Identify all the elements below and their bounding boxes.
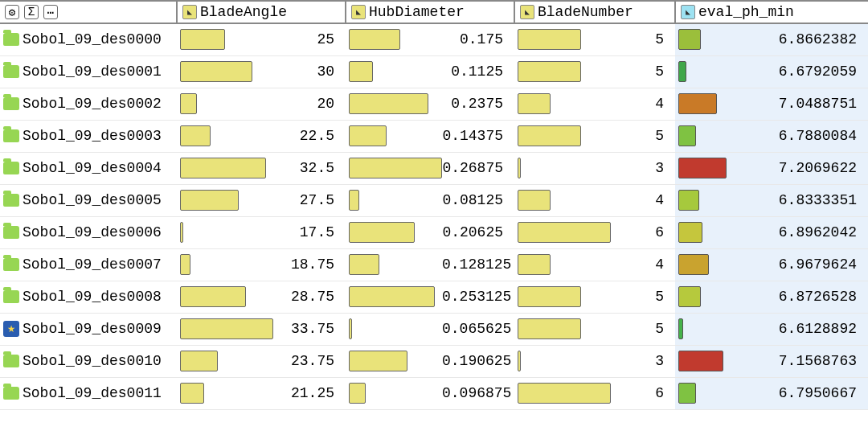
- column-header-hubdiameter[interactable]: ◣ HubDiameter: [346, 1, 514, 23]
- table-row[interactable]: Sobol_09_des000617.50.2062566.8962042: [0, 216, 868, 248]
- design-name: Sobol_09_des0001: [23, 64, 162, 80]
- table-row[interactable]: Sobol_09_des0000250.17556.8662382: [0, 23, 868, 55]
- value-text: 3: [611, 353, 669, 369]
- folder-icon: [3, 65, 19, 78]
- design-name: Sobol_09_des0007: [23, 256, 162, 273]
- table-row[interactable]: ★Sobol_09_des000933.750.06562556.6128892: [0, 313, 868, 345]
- value-text: 4: [611, 256, 669, 273]
- value-text: 3: [611, 160, 669, 176]
- value-bar: [518, 158, 611, 178]
- value-bar: [518, 318, 611, 339]
- table-header-row: ⚙ Σ ⋯ ◣ BladeAngle ◣ HubDiameter ◣: [0, 1, 868, 23]
- column-header-bladeangle[interactable]: ◣ BladeAngle: [177, 1, 346, 23]
- value-bar: [180, 125, 273, 146]
- value-bar: [518, 383, 611, 404]
- row-label: Sobol_09_des0006: [0, 217, 177, 248]
- value-text: 0.096875: [442, 385, 514, 401]
- eval-value: 6.8662382: [727, 31, 862, 47]
- eval-value: 7.2069622: [727, 160, 862, 176]
- value-text: 5: [611, 31, 669, 47]
- value-text: 0.253125: [442, 289, 514, 305]
- value-bar: [349, 158, 442, 178]
- value-text: 5: [611, 289, 669, 305]
- table-row[interactable]: Sobol_09_des000828.750.25312556.8726528: [0, 281, 868, 313]
- folder-icon: [3, 258, 19, 271]
- input-param-icon: ◣: [520, 5, 534, 19]
- gear-icon[interactable]: ⚙: [5, 5, 19, 19]
- eval-value: 7.0488751: [727, 96, 862, 112]
- value-text: 6: [611, 385, 669, 401]
- value-bar: [349, 286, 442, 307]
- design-name: Sobol_09_des0003: [23, 128, 162, 144]
- value-bar: [180, 286, 273, 307]
- value-text: 0.190625: [442, 353, 514, 369]
- table-row[interactable]: Sobol_09_des001023.750.19062537.1568763: [0, 345, 868, 377]
- design-name: Sobol_09_des0009: [23, 321, 162, 337]
- folder-icon: [3, 33, 19, 46]
- folder-icon: [3, 355, 19, 367]
- value-bar: [180, 93, 273, 114]
- more-icon[interactable]: ⋯: [43, 5, 58, 19]
- column-label: BladeNumber: [538, 4, 633, 20]
- eval-value: 6.6128892: [727, 321, 862, 337]
- row-label: Sobol_09_des0003: [0, 121, 177, 152]
- design-name: Sobol_09_des0010: [23, 353, 162, 369]
- value-text: 0.14375: [442, 128, 508, 144]
- toolbar-cell: ⚙ Σ ⋯: [0, 1, 177, 23]
- value-text: 5: [611, 64, 669, 80]
- eval-bar: [678, 93, 727, 114]
- row-label: Sobol_09_des0010: [0, 346, 177, 377]
- row-label: Sobol_09_des0007: [0, 249, 177, 281]
- table-row[interactable]: Sobol_09_des0002200.237547.0488751: [0, 88, 868, 120]
- value-text: 33.75: [273, 321, 339, 337]
- table-row[interactable]: Sobol_09_des000527.50.0812546.8333351: [0, 184, 868, 216]
- eval-value: 6.8726528: [727, 289, 862, 305]
- value-bar: [180, 61, 273, 82]
- folder-icon: [3, 194, 19, 207]
- row-label: Sobol_09_des0005: [0, 185, 177, 216]
- value-bar: [518, 222, 611, 243]
- value-bar: [180, 158, 273, 178]
- table-row[interactable]: Sobol_09_des001121.250.09687566.7950667: [0, 377, 868, 409]
- table-row[interactable]: Sobol_09_des000322.50.1437556.7880084: [0, 120, 868, 152]
- design-name: Sobol_09_des0000: [23, 31, 162, 47]
- table-row[interactable]: Sobol_09_des0001300.112556.6792059: [0, 55, 868, 88]
- design-name: Sobol_09_des0008: [23, 289, 162, 305]
- value-bar: [518, 125, 611, 146]
- value-text: 0.08125: [442, 192, 508, 208]
- table-row[interactable]: Sobol_09_des000718.750.12812546.9679624: [0, 248, 868, 281]
- eval-value: 7.1568763: [727, 353, 862, 369]
- value-bar: [518, 61, 611, 82]
- value-text: 0.065625: [442, 321, 514, 337]
- table-row[interactable]: Sobol_09_des000432.50.2687537.2069622: [0, 152, 868, 184]
- value-bar: [349, 190, 442, 211]
- value-text: 0.20625: [442, 224, 508, 240]
- value-text: 32.5: [273, 160, 339, 176]
- eval-bar: [678, 222, 727, 243]
- eval-bar: [678, 29, 727, 50]
- eval-bar: [678, 383, 727, 404]
- column-header-bladenumber[interactable]: ◣ BladeNumber: [514, 1, 675, 23]
- value-text: 27.5: [273, 192, 339, 208]
- eval-bar: [678, 286, 727, 307]
- column-label: BladeAngle: [200, 4, 287, 20]
- design-table: ⚙ Σ ⋯ ◣ BladeAngle ◣ HubDiameter ◣: [0, 0, 868, 410]
- value-bar: [518, 93, 611, 114]
- value-text: 6: [611, 224, 669, 240]
- row-label: Sobol_09_des0002: [0, 88, 177, 120]
- column-label: HubDiameter: [369, 4, 465, 20]
- folder-icon: [3, 290, 19, 303]
- sigma-icon[interactable]: Σ: [24, 5, 39, 19]
- eval-value: 6.8962042: [727, 224, 862, 240]
- value-bar: [518, 254, 611, 275]
- value-text: 17.5: [273, 224, 339, 240]
- value-bar: [349, 318, 442, 339]
- value-bar: [349, 383, 442, 404]
- value-bar: [180, 222, 273, 243]
- row-label: Sobol_09_des0000: [0, 24, 177, 55]
- value-text: 0.128125: [442, 256, 514, 273]
- value-bar: [180, 383, 273, 404]
- column-header-eval[interactable]: ◣ eval_ph_min: [675, 1, 868, 23]
- value-text: 0.1125: [442, 64, 508, 80]
- design-name: Sobol_09_des0005: [23, 192, 162, 208]
